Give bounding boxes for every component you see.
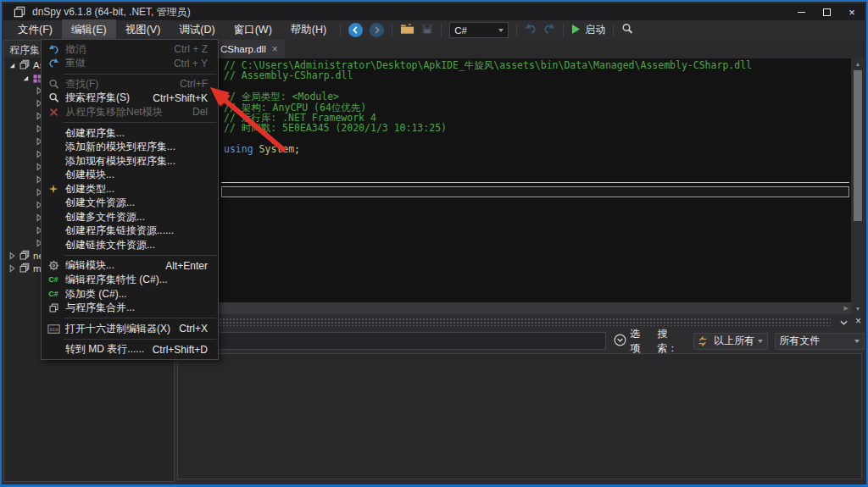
- search-row: 选项 搜索： 以上所有 所有文件: [175, 330, 865, 351]
- forward-icon: [370, 23, 384, 37]
- search-input[interactable]: [179, 332, 606, 350]
- menu-item[interactable]: 搜索程序集(S)Ctrl+Shift+K: [42, 91, 218, 106]
- menubar-item[interactable]: 帮助(H): [281, 19, 336, 41]
- language-select-value: C#: [450, 25, 498, 36]
- maximize-button[interactable]: [814, 3, 839, 20]
- merge-icon: [47, 302, 60, 313]
- open-folder-icon: [400, 23, 415, 37]
- code-line: // Assembly-CSharp.dll: [224, 70, 848, 80]
- chevron-down-icon: [854, 340, 860, 343]
- code-line: using System;: [224, 144, 848, 154]
- menu-item[interactable]: 添加现有模块到程序集...: [42, 154, 218, 169]
- undo-button[interactable]: [521, 21, 540, 40]
- menu-item[interactable]: 创建多文件资源...: [42, 210, 218, 224]
- chevron-down-icon: [758, 340, 763, 343]
- file-filter-select[interactable]: 所有文件: [775, 333, 865, 350]
- tab-csharp-dll[interactable]: CSharp.dll ×: [214, 40, 285, 58]
- menu-item[interactable]: C#编辑程序集特性 (C#)...: [42, 273, 218, 287]
- expanded-arrow-icon[interactable]: [21, 74, 31, 82]
- menu-item-label: 与程序集合并...: [65, 301, 199, 315]
- menu-item-label: 重做: [65, 56, 165, 70]
- vertical-scrollbar[interactable]: ▲ ▼: [851, 58, 865, 314]
- menu-item[interactable]: 转到 MD 表行......Ctrl+Shift+D: [42, 342, 218, 357]
- menu-item[interactable]: 撤消Ctrl + Z: [42, 42, 218, 57]
- menu-item[interactable]: 创建程序集...: [42, 126, 218, 141]
- menubar-item[interactable]: 窗口(W): [225, 19, 281, 41]
- close-button[interactable]: ×: [839, 3, 865, 20]
- save-all-button[interactable]: [418, 21, 437, 40]
- minimize-button[interactable]: [788, 3, 814, 20]
- menu-item-label: 创建链接文件资源...: [65, 238, 199, 252]
- vertical-scroll-thumb[interactable]: [854, 70, 862, 221]
- search-toolbar-button[interactable]: [618, 21, 637, 40]
- menubar-item[interactable]: 视图(V): [116, 19, 170, 41]
- redo-button[interactable]: [540, 21, 559, 40]
- menu-item[interactable]: 010打开十六进制编辑器(X)Ctrl+X: [42, 322, 218, 336]
- assembly-icon: [19, 263, 30, 274]
- menu-item[interactable]: 编辑模块...Alt+Enter: [42, 259, 218, 274]
- menu-item-label: 转到 MD 表行......: [65, 342, 144, 357]
- menubar-item[interactable]: 文件(F): [8, 19, 62, 41]
- menu-item-shortcut: Ctrl+F: [180, 78, 208, 90]
- options-button[interactable]: 选项: [614, 327, 648, 356]
- panel-chevron-down-icon[interactable]: [840, 313, 848, 329]
- menu-item[interactable]: 从程序集移除Net模块Del: [42, 105, 218, 119]
- menu-item-shortcut: Del: [192, 106, 208, 118]
- menu-item-label: 编辑模块...: [65, 258, 157, 273]
- gear-icon: [47, 260, 60, 271]
- scope-value: 以上所有: [710, 334, 758, 348]
- menu-item[interactable]: 创建链接文件资源...: [42, 238, 218, 252]
- csharp-icon: C#: [47, 290, 60, 298]
- expanded-arrow-icon[interactable]: [8, 61, 17, 69]
- tab-label: CSharp.dll: [220, 44, 266, 54]
- menu-item[interactable]: 创建类型...: [42, 182, 218, 196]
- code-editor[interactable]: // C:\Users\Administrator\Desktop\ApkIDE…: [175, 58, 851, 302]
- language-select[interactable]: C#: [449, 22, 509, 38]
- svg-text:010: 010: [49, 326, 58, 331]
- play-icon: [571, 24, 581, 37]
- menu-item-label: 搜索程序集(S): [65, 91, 144, 105]
- chevron-down-icon: [498, 29, 504, 32]
- navigate-forward-button[interactable]: [366, 21, 387, 40]
- tab-close-icon[interactable]: ×: [272, 43, 278, 55]
- collapsed-arrow-icon[interactable]: [8, 252, 17, 260]
- search-results-area[interactable]: [177, 353, 862, 479]
- open-file-button[interactable]: [397, 21, 418, 40]
- scroll-down-icon[interactable]: ▼: [855, 303, 861, 314]
- panel-close-icon[interactable]: ×: [855, 315, 861, 327]
- search-panel: × 选项 搜索： 以上所有 所有文件: [175, 314, 865, 482]
- menu-item-label: 从程序集移除Net模块: [65, 105, 184, 119]
- edit-menu: 撤消Ctrl + Z重做Ctrl + Y查找(F)Ctrl+F搜索程序集(S)C…: [41, 39, 219, 360]
- menubar-item[interactable]: 调试(D): [170, 19, 224, 41]
- code-lines: // C:\Users\Administrator\Desktop\ApkIDE…: [224, 60, 848, 155]
- menu-item[interactable]: 与程序集合并...: [42, 301, 218, 315]
- menubar: 文件(F)编辑(E)视图(V)调试(D)窗口(W)帮助(H) C#: [3, 20, 865, 40]
- horizontal-scrollbar[interactable]: ◀ ▶: [175, 302, 851, 314]
- panel-grip-handle[interactable]: [178, 318, 831, 326]
- new-type-icon: [47, 184, 60, 194]
- scroll-up-icon[interactable]: ▲: [855, 58, 861, 69]
- menu-item[interactable]: 创建程序集链接资源......: [42, 224, 218, 239]
- menu-item[interactable]: 添加新的模块到程序集...: [42, 140, 218, 154]
- scroll-right-icon[interactable]: ▶: [844, 305, 849, 312]
- back-icon: [348, 23, 363, 37]
- menu-item[interactable]: 重做Ctrl + Y: [42, 57, 218, 71]
- menu-item[interactable]: 创建文件资源...: [42, 196, 218, 210]
- redo-icon: [47, 58, 60, 69]
- redo-icon: [543, 23, 555, 37]
- dnspy-window: dnSpy v6.1.8 (64-bit, .NET, 管理员) × 文件(F)…: [0, 0, 868, 487]
- search-scope-select[interactable]: 以上所有: [693, 333, 768, 350]
- menu-separator: [64, 255, 216, 256]
- collapsed-arrow-icon[interactable]: [8, 264, 17, 273]
- menu-item[interactable]: C#添加类 (C#)...: [42, 287, 218, 302]
- search-icon-dim: [47, 79, 60, 90]
- csharp-icon: C#: [47, 275, 60, 284]
- navigate-back-button[interactable]: [345, 21, 366, 40]
- menu-item[interactable]: 创建模块...: [42, 168, 218, 182]
- caret-line-highlight: [221, 186, 849, 197]
- search-icon: [621, 23, 633, 37]
- start-debug-button[interactable]: 启动: [568, 21, 609, 40]
- menu-item[interactable]: 查找(F)Ctrl+F: [42, 77, 218, 91]
- titlebar: dnSpy v6.1.8 (64-bit, .NET, 管理员) ×: [3, 3, 865, 20]
- menubar-item[interactable]: 编辑(E): [62, 19, 116, 41]
